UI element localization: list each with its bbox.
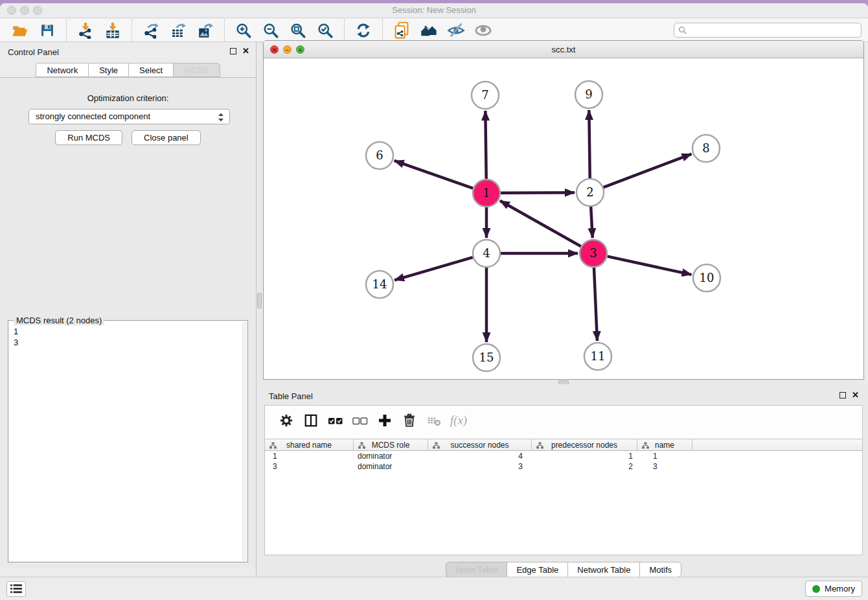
list-icon <box>10 584 22 594</box>
column-header-shared-name[interactable]: shared name <box>265 439 354 450</box>
delete-column-button[interactable] <box>400 411 419 430</box>
edge-4-14[interactable] <box>394 257 473 280</box>
tab-network[interactable]: Network <box>36 63 88 77</box>
zoom-selected-button[interactable] <box>315 21 335 40</box>
import-network-button[interactable] <box>76 21 95 40</box>
graph-node-label-14: 14 <box>372 277 387 291</box>
tab-edge-table[interactable]: Edge Table <box>507 562 567 577</box>
save-session-button[interactable] <box>38 21 57 40</box>
tab-node-table[interactable]: Node Table <box>446 562 507 577</box>
table-row[interactable]: 3dominator323 <box>265 461 862 472</box>
table-cell[interactable]: 2 <box>532 461 637 472</box>
hierarchy-icon <box>536 442 543 449</box>
memory-label: Memory <box>825 584 855 594</box>
edge-1-6[interactable] <box>394 161 474 189</box>
graph-node-label-10: 10 <box>700 271 714 284</box>
table-row[interactable]: 1dominator411 <box>265 451 862 461</box>
table-panel-float-icon[interactable] <box>839 392 846 398</box>
app-window: Session: New Session <box>0 3 868 600</box>
delete-table-button[interactable] <box>424 411 444 430</box>
table-header-row: shared nameMCDS rolesuccessor nodesprede… <box>265 439 862 451</box>
criterion-dropdown[interactable]: strongly connected component <box>29 109 230 124</box>
zoom-out-button[interactable] <box>261 21 280 40</box>
tab-style[interactable]: Style <box>88 63 128 77</box>
column-header-successor-nodes[interactable]: successor nodes <box>428 439 532 450</box>
run-mcds-button[interactable]: Run MCDS <box>55 130 122 145</box>
export-network-button[interactable] <box>141 21 161 40</box>
zoom-in-button[interactable] <box>234 21 253 40</box>
edge-3-10[interactable] <box>607 257 691 275</box>
table-cell[interactable]: 1 <box>265 451 354 461</box>
column-header-MCDS-role[interactable]: MCDS role <box>354 439 428 450</box>
search-input[interactable] <box>690 26 857 35</box>
column-header-predecessor-nodes[interactable]: predecessor nodes <box>532 439 637 450</box>
control-panel: Control Panel ✕ NetworkStyleSelectMCDS O… <box>0 42 257 577</box>
task-history-button[interactable] <box>6 581 26 597</box>
create-column-button[interactable] <box>375 411 394 430</box>
hierarchy-icon <box>358 442 365 449</box>
graph-node-label-9: 9 <box>585 87 592 101</box>
export-network-icon <box>143 22 159 39</box>
table-cell[interactable]: 3 <box>637 461 692 472</box>
control-panel-float-icon[interactable] <box>230 48 236 54</box>
zoom-fit-button[interactable] <box>288 21 308 40</box>
table-cell[interactable]: dominator <box>354 451 428 461</box>
edge-3-1[interactable] <box>500 201 581 246</box>
control-panel-close-icon[interactable]: ✕ <box>242 46 249 56</box>
graph-node-label-8: 8 <box>702 141 709 155</box>
graph-node-label-15: 15 <box>479 351 494 364</box>
select-all-columns-button[interactable] <box>326 411 345 430</box>
splitter-handle[interactable] <box>257 293 262 308</box>
deselect-all-columns-button[interactable] <box>350 411 370 430</box>
edge-1-7[interactable] <box>485 111 486 179</box>
clone-network-button[interactable] <box>392 21 411 40</box>
node-table: shared nameMCDS rolesuccessor nodesprede… <box>265 439 862 472</box>
memory-button[interactable]: Memory <box>805 581 862 597</box>
tab-mcds[interactable]: MCDS <box>173 63 220 77</box>
search-box[interactable] <box>674 23 862 38</box>
function-builder-button[interactable]: f(x) <box>449 411 468 430</box>
mcds-result-lines: 13 <box>8 322 242 562</box>
column-header-name[interactable]: name <box>637 439 692 450</box>
apply-layout-button[interactable] <box>354 21 373 40</box>
table-cell[interactable]: 1 <box>637 451 692 461</box>
toolbar-separator <box>224 19 225 41</box>
edge-2-9[interactable] <box>589 110 589 178</box>
edge-2-3[interactable] <box>591 207 593 238</box>
edge-3-11[interactable] <box>594 268 597 341</box>
close-panel-button[interactable]: Close panel <box>131 130 201 145</box>
result-scrollbar[interactable] <box>242 322 247 561</box>
hide-graphics-button[interactable] <box>446 21 466 40</box>
edge-1-2[interactable] <box>501 192 575 193</box>
import-table-button[interactable] <box>103 21 122 40</box>
memory-status-icon <box>812 585 820 593</box>
edge-2-8[interactable] <box>604 154 692 188</box>
toolbar-separator <box>382 19 383 41</box>
table-cell[interactable]: 3 <box>265 461 354 472</box>
tab-network-table[interactable]: Network Table <box>567 562 639 577</box>
hierarchy-icon <box>269 442 277 449</box>
graph-node-label-11: 11 <box>591 349 606 363</box>
table-panel: Table Panel ✕ <box>259 384 868 577</box>
table-settings-button[interactable] <box>277 411 296 430</box>
network-canvas[interactable]: 7968124314101511 <box>264 59 863 379</box>
show-graphics-button[interactable] <box>474 21 493 40</box>
graph-node-label-1: 1 <box>483 186 490 200</box>
zoom-in-icon <box>235 22 252 39</box>
table-cell[interactable]: 3 <box>428 461 532 472</box>
graph-node-label-4: 4 <box>483 246 490 260</box>
open-session-button[interactable] <box>10 21 30 40</box>
home-button[interactable] <box>419 21 439 40</box>
tab-select[interactable]: Select <box>128 63 173 77</box>
tab-motifs[interactable]: Motifs <box>639 562 681 577</box>
export-image-button[interactable] <box>196 21 215 40</box>
table-cell[interactable]: dominator <box>354 461 428 472</box>
refresh-icon <box>355 22 372 39</box>
table-cell[interactable]: 4 <box>428 451 532 461</box>
table-cell[interactable]: 1 <box>532 451 637 461</box>
clone-network-icon <box>393 21 411 40</box>
toggle-panes-button[interactable] <box>301 411 321 430</box>
table-panel-close-icon[interactable]: ✕ <box>852 390 859 400</box>
export-table-button[interactable] <box>168 21 188 40</box>
fx-icon: f(x) <box>450 413 467 428</box>
